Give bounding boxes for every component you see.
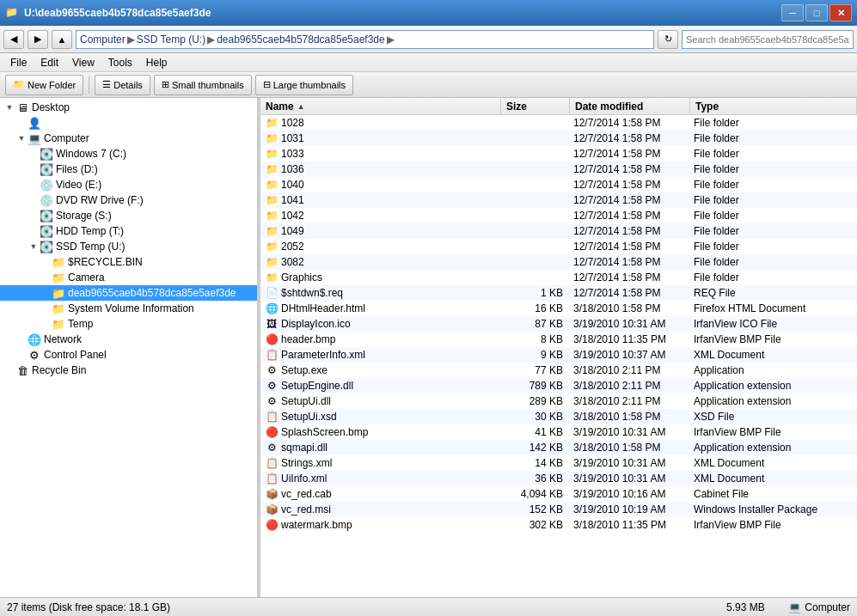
- minimize-button[interactable]: ─: [781, 4, 804, 21]
- file-row[interactable]: 🔴header.bmp8 KB3/18/2010 11:35 PMIrfanVi…: [260, 332, 857, 347]
- file-name-cell: 🔴watermark.bmp: [260, 519, 501, 531]
- file-row[interactable]: 📁102812/7/2014 1:58 PMFile folder: [260, 115, 857, 131]
- col-header-type[interactable]: Type: [690, 98, 857, 114]
- small-thumbnails-button[interactable]: ⊞ Small thumbnails: [154, 75, 252, 95]
- tree-item-dvdf[interactable]: 💿DVD RW Drive (F:): [0, 192, 257, 208]
- expander-ssdu[interactable]: ▼: [28, 241, 40, 253]
- file-name-text: 3082: [281, 256, 304, 268]
- file-row[interactable]: 📁104112/7/2014 1:58 PMFile folder: [260, 192, 857, 208]
- expander-controlpanel[interactable]: [15, 349, 28, 361]
- col-header-name[interactable]: Name ▲: [260, 98, 501, 114]
- file-row[interactable]: ⚙SetupEngine.dll789 KB3/18/2010 2:11 PMA…: [260, 378, 857, 393]
- tree-item-desktop[interactable]: ▼🖥Desktop: [0, 100, 257, 115]
- breadcrumb-folder[interactable]: deab9655caeb4b578dca85e5aef3de: [217, 34, 385, 46]
- file-row[interactable]: 📁103612/7/2014 1:58 PMFile folder: [260, 162, 857, 177]
- file-row[interactable]: 📁103312/7/2014 1:58 PMFile folder: [260, 146, 857, 162]
- file-row[interactable]: 📁103112/7/2014 1:58 PMFile folder: [260, 131, 857, 146]
- expander-sysvolinfo[interactable]: [40, 302, 52, 314]
- tree-item-network[interactable]: 🌐Network: [0, 332, 257, 347]
- file-name-cell: 📦vc_red.msi: [260, 503, 501, 515]
- file-row[interactable]: 📁104212/7/2014 1:58 PMFile folder: [260, 208, 857, 223]
- file-icon-folder: 📁: [266, 271, 278, 284]
- toolbar-separator: [89, 76, 89, 94]
- file-row[interactable]: 📋Strings.xml14 KB3/19/2010 10:31 AMXML D…: [260, 455, 857, 471]
- expander-user[interactable]: [15, 117, 28, 129]
- menu-view[interactable]: View: [65, 55, 101, 70]
- file-icon-folder: 📁: [266, 225, 278, 237]
- file-row[interactable]: 📋UiInfo.xml36 KB3/19/2010 10:31 AMXML Do…: [260, 471, 857, 486]
- large-thumbnails-button[interactable]: ⊟ Large thumbnails: [255, 75, 353, 95]
- tree-panel[interactable]: ▼🖥Desktop👤▼💻Computer💽Windows 7 (C:)💽File…: [0, 98, 258, 597]
- file-row[interactable]: 📁104912/7/2014 1:58 PMFile folder: [260, 223, 857, 239]
- expander-win7c[interactable]: [28, 148, 40, 160]
- col-header-size[interactable]: Size: [501, 98, 570, 114]
- up-button[interactable]: ▲: [52, 30, 72, 49]
- file-name-cell: ⚙sqmapi.dll: [260, 442, 501, 454]
- tree-item-controlpanel[interactable]: ⚙Control Panel: [0, 347, 257, 363]
- menu-edit[interactable]: Edit: [34, 55, 65, 70]
- tree-item-temp[interactable]: 📁Temp: [0, 316, 257, 332]
- file-date-cell: 3/18/2010 2:11 PM: [570, 395, 690, 407]
- file-row[interactable]: 🔴watermark.bmp302 KB3/18/2010 11:35 PMIr…: [260, 517, 857, 533]
- tree-item-computer[interactable]: ▼💻Computer: [0, 131, 257, 146]
- file-row[interactable]: 📋SetupUi.xsd30 KB3/18/2010 1:58 PMXSD Fi…: [260, 409, 857, 424]
- tree-item-recyclebin[interactable]: 🗑Recycle Bin: [0, 363, 257, 378]
- breadcrumb-ssdu[interactable]: SSD Temp (U:): [137, 34, 205, 46]
- tree-item-win7c[interactable]: 💽Windows 7 (C:): [0, 146, 257, 162]
- expander-computer[interactable]: ▼: [15, 132, 28, 144]
- search-input[interactable]: [682, 30, 854, 49]
- file-row[interactable]: 📁308212/7/2014 1:58 PMFile folder: [260, 254, 857, 270]
- file-row[interactable]: ⚙SetupUi.dll289 KB3/18/2010 2:11 PMAppli…: [260, 393, 857, 409]
- refresh-button[interactable]: ↻: [658, 30, 678, 49]
- expander-filesd[interactable]: [28, 163, 40, 175]
- expander-selected_folder[interactable]: [40, 287, 52, 299]
- file-row[interactable]: ⚙sqmapi.dll142 KB3/18/2010 1:58 PMApplic…: [260, 440, 857, 455]
- tree-item-sysvolinfo[interactable]: 📁System Volume Information: [0, 301, 257, 316]
- tree-item-videoe[interactable]: 💿Video (E:): [0, 177, 257, 192]
- menu-file[interactable]: File: [3, 55, 34, 70]
- expander-recyclebin[interactable]: [3, 364, 15, 376]
- menu-tools[interactable]: Tools: [101, 55, 139, 70]
- file-row[interactable]: ⚙Setup.exe77 KB3/18/2010 2:11 PMApplicat…: [260, 363, 857, 378]
- close-button[interactable]: ✕: [829, 4, 852, 21]
- file-row[interactable]: 📁Graphics12/7/2014 1:58 PMFile folder: [260, 270, 857, 285]
- details-button[interactable]: ☰ Details: [95, 75, 150, 95]
- file-row[interactable]: 📦vc_red.cab4,094 KB3/19/2010 10:16 AMCab…: [260, 486, 857, 502]
- tree-item-storages[interactable]: 💽Storage (S:): [0, 208, 257, 223]
- file-type-cell: Application extension: [690, 380, 857, 392]
- file-row[interactable]: 📋ParameterInfo.xml9 KB3/19/2010 10:37 AM…: [260, 347, 857, 363]
- tree-item-user[interactable]: 👤: [0, 115, 257, 131]
- tree-item-filesd[interactable]: 💽Files (D:): [0, 162, 257, 177]
- expander-recycle_bin_u[interactable]: [40, 256, 52, 268]
- tree-item-hddt[interactable]: 💽HDD Temp (T:): [0, 223, 257, 239]
- file-row[interactable]: 🔴SplashScreen.bmp41 KB3/19/2010 10:31 AM…: [260, 424, 857, 440]
- menu-help[interactable]: Help: [139, 55, 174, 70]
- tree-item-camera[interactable]: 📁Camera: [0, 270, 257, 285]
- expander-temp[interactable]: [40, 318, 52, 330]
- expander-hddt[interactable]: [28, 225, 40, 237]
- forward-button[interactable]: ▶: [28, 30, 48, 49]
- file-row[interactable]: 📁104012/7/2014 1:58 PMFile folder: [260, 177, 857, 192]
- file-list[interactable]: 📁102812/7/2014 1:58 PMFile folder📁103112…: [260, 115, 857, 597]
- tree-item-selected_folder[interactable]: 📁deab9655caeb4b578dca85e5aef3de: [0, 285, 257, 301]
- expander-storages[interactable]: [28, 210, 40, 222]
- file-row[interactable]: 🖼DisplayIcon.ico87 KB3/19/2010 10:31 AMI…: [260, 316, 857, 332]
- breadcrumb-computer[interactable]: Computer: [80, 34, 125, 46]
- expander-network[interactable]: [15, 333, 28, 345]
- file-row[interactable]: 🌐DHtmlHeader.html16 KB3/18/2010 1:58 PMF…: [260, 301, 857, 316]
- expander-camera[interactable]: [40, 271, 52, 284]
- tree-item-ssdu[interactable]: ▼💽SSD Temp (U:): [0, 239, 257, 254]
- file-name-cell: 📋ParameterInfo.xml: [260, 349, 501, 361]
- new-folder-button[interactable]: 📁 New Folder: [5, 75, 83, 95]
- file-date-cell: 3/19/2010 10:37 AM: [570, 349, 690, 361]
- expander-desktop[interactable]: ▼: [3, 101, 15, 113]
- back-button[interactable]: ◀: [3, 30, 24, 49]
- file-row[interactable]: 📄$shtdwn$.req1 KB12/7/2014 1:58 PMREQ Fi…: [260, 285, 857, 301]
- expander-dvdf[interactable]: [28, 194, 40, 206]
- tree-item-recycle_bin_u[interactable]: 📁$RECYCLE.BIN: [0, 254, 257, 270]
- file-row[interactable]: 📦vc_red.msi152 KB3/19/2010 10:19 AMWindo…: [260, 502, 857, 517]
- col-header-date[interactable]: Date modified: [570, 98, 690, 114]
- maximize-button[interactable]: □: [805, 4, 828, 21]
- file-row[interactable]: 📁205212/7/2014 1:58 PMFile folder: [260, 239, 857, 254]
- expander-videoe[interactable]: [28, 179, 40, 191]
